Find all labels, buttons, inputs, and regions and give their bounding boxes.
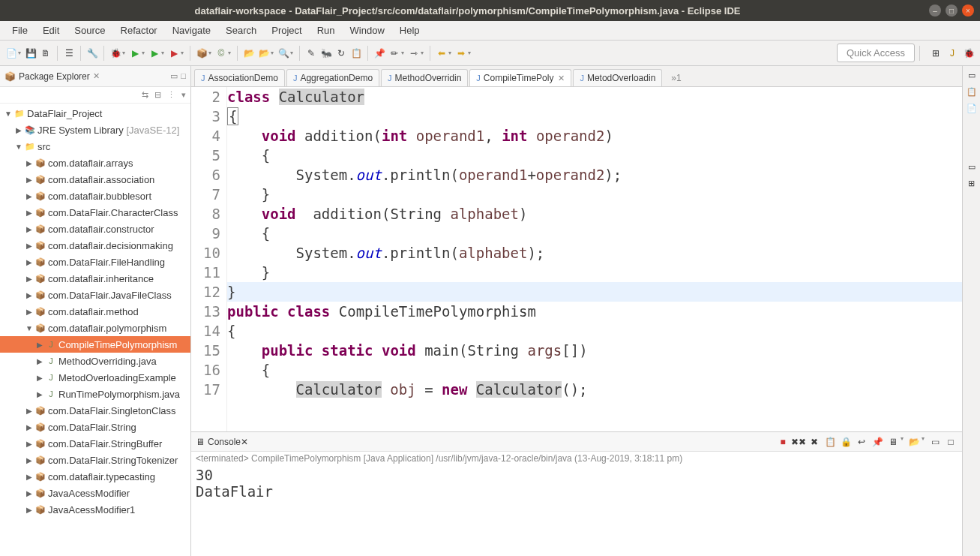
debug-perspective-icon[interactable]: 🐞 — [962, 47, 976, 60]
menu-project[interactable]: Project — [264, 22, 309, 39]
save-all-icon[interactable]: 🗎 — [39, 47, 52, 60]
refresh-icon[interactable]: ↻ — [334, 47, 348, 60]
menu-window[interactable]: Window — [343, 22, 392, 39]
remove-icon[interactable]: ✖ — [808, 435, 821, 449]
menu-file[interactable]: File — [4, 22, 35, 39]
panel-minimize-icon[interactable]: ▭ — [170, 71, 178, 81]
tasks-icon[interactable]: 📄 — [966, 102, 978, 114]
search-icon[interactable]: 🔍 — [277, 47, 290, 60]
package-node[interactable]: ▶📦com.dataflair.inheritance — [0, 270, 190, 287]
switch-icon[interactable]: ☰ — [62, 47, 76, 60]
link-editor-icon[interactable]: ⊟ — [154, 90, 161, 100]
maximize-button[interactable]: □ — [946, 5, 958, 17]
save-icon[interactable]: 💾 — [24, 47, 37, 60]
package-node[interactable]: ▶📦com.dataflair.method — [0, 303, 190, 320]
run-icon[interactable]: ▶ — [128, 47, 142, 60]
display-console-icon[interactable]: 🖥 — [886, 435, 900, 449]
view-menu-icon[interactable]: ▾ — [181, 90, 186, 100]
filter-icon[interactable]: ⋮ — [167, 90, 175, 100]
menu-help[interactable]: Help — [392, 22, 427, 39]
menu-source[interactable]: Source — [67, 22, 112, 39]
package-polymorphism[interactable]: ▼📦 com.dataflair.polymorphism — [0, 320, 190, 336]
tabs-overflow[interactable]: »1 — [667, 70, 685, 86]
console-close-icon[interactable]: ✕ — [241, 437, 248, 447]
debug-icon[interactable]: 🐞 — [109, 47, 122, 60]
tab-aggregationdemo[interactable]: JAggregationDemo — [286, 69, 379, 86]
clear-icon[interactable]: 📋 — [823, 435, 837, 449]
close-button[interactable]: × — [962, 5, 974, 17]
outline-icon[interactable]: 📋 — [966, 86, 978, 98]
ant-icon[interactable]: 🐜 — [319, 47, 333, 60]
collapse-all-icon[interactable]: ⇆ — [142, 90, 148, 100]
console-maximize-icon[interactable]: □ — [944, 435, 958, 449]
open-console-icon[interactable]: 📂 — [907, 435, 921, 449]
package-node[interactable]: ▶📦com.dataflair.bubblesort — [0, 188, 190, 204]
new-icon[interactable]: 📄 — [4, 47, 18, 60]
menu-edit[interactable]: Edit — [35, 22, 67, 39]
nav-icon[interactable]: ⇾ — [407, 47, 421, 60]
package-node[interactable]: ▶📦com.DataFlair.SingletonClass — [0, 402, 190, 419]
tab-associationdemo[interactable]: JAssociationDemo — [194, 69, 285, 86]
terminate-icon[interactable]: ■ — [776, 435, 790, 449]
menu-refactor[interactable]: Refactor — [113, 22, 165, 39]
coverage-icon[interactable]: ▶ — [148, 47, 161, 60]
package-node[interactable]: ▶📦com.dataflair.typecasting — [0, 468, 190, 485]
open-type-h-icon[interactable]: 📂 — [257, 47, 271, 60]
menu-run[interactable]: Run — [310, 22, 343, 39]
panel-maximize-icon[interactable]: □ — [181, 71, 186, 81]
task-icon[interactable]: 📋 — [349, 47, 363, 60]
package-label: com.DataFlair.String — [48, 422, 136, 433]
package-node[interactable]: ▶📦com.DataFlair.CharacterClass — [0, 204, 190, 221]
package-node[interactable]: ▶📦JavaAcessModifier — [0, 485, 190, 501]
package-node[interactable]: ▶📦com.dataflair.association — [0, 171, 190, 188]
new-package-icon[interactable]: 📦 — [195, 47, 208, 60]
word-wrap-icon[interactable]: ↩ — [855, 435, 868, 449]
src-node[interactable]: ▼📁 src — [0, 138, 190, 155]
package-node[interactable]: ▶📦com.DataFlair.StringBuffer — [0, 435, 190, 452]
external-tools-icon[interactable]: ▶ — [167, 47, 181, 60]
scroll-lock-icon[interactable]: 🔒 — [839, 435, 853, 449]
package-node[interactable]: ▶📦com.DataFlair.JavaFileClass — [0, 287, 190, 303]
tab-methodoverridin[interactable]: JMethodOverridin — [381, 69, 468, 86]
tab-close-icon[interactable]: ✕ — [558, 74, 565, 83]
outline2-icon[interactable]: ⊞ — [966, 177, 978, 189]
file-methodoverriding[interactable]: ▶J MethodOverriding.java — [0, 353, 190, 369]
package-node[interactable]: ▶📦com.DataFlair.StringTokenizer — [0, 452, 190, 468]
package-node[interactable]: ▶📦JavaAcessModifier1 — [0, 501, 190, 518]
pin-icon[interactable]: 📌 — [373, 47, 386, 60]
menu-navigate[interactable]: Navigate — [165, 22, 218, 39]
package-node[interactable]: ▶📦com.DataFlair.String — [0, 419, 190, 435]
minimize-button[interactable]: – — [929, 5, 941, 17]
back-icon[interactable]: ⬅ — [435, 47, 448, 60]
restore-icon[interactable]: ▭ — [966, 69, 978, 81]
code-area[interactable]: class Calculator { void addition(int ope… — [227, 87, 962, 431]
jre-node[interactable]: ▶📚 JRE System Library [JavaSE-12] — [0, 122, 190, 138]
new-class-icon[interactable]: © — [214, 47, 228, 60]
file-runtimepolymorphism[interactable]: ▶J RunTimePolymorphism.java — [0, 386, 190, 402]
remove-all-icon[interactable]: ✖✖ — [792, 435, 805, 449]
code-editor[interactable]: 234567891011121314151617 class Calculato… — [191, 87, 962, 431]
package-node[interactable]: ▶📦com.DataFlair.FileHandling — [0, 254, 190, 270]
package-node[interactable]: ▶📦com.dataflair.arrays — [0, 155, 190, 171]
project-node[interactable]: ▼📁 DataFlair_Project — [0, 105, 190, 122]
open-type-icon[interactable]: 📂 — [242, 47, 256, 60]
pin-console-icon[interactable]: 📌 — [871, 435, 884, 449]
wand-icon[interactable]: ✎ — [304, 47, 318, 60]
file-metodoverloading[interactable]: ▶J MetodOverloadingExample — [0, 369, 190, 386]
package-node[interactable]: ▶📦com.dataflair.decisionmaking — [0, 237, 190, 254]
java-perspective-icon[interactable]: J — [946, 47, 959, 60]
open-perspective-icon[interactable]: ⊞ — [929, 47, 943, 60]
restore2-icon[interactable]: ▭ — [966, 161, 978, 173]
build-icon[interactable]: 🔧 — [85, 47, 99, 60]
quick-access[interactable]: Quick Access — [837, 44, 915, 62]
console-output[interactable]: 30 DataFlair — [191, 465, 962, 556]
forward-icon[interactable]: ➡ — [454, 47, 468, 60]
console-minimize-icon[interactable]: ▭ — [928, 435, 942, 449]
tab-metodoverloadin[interactable]: JMetodOverloadin — [573, 69, 662, 86]
menu-search[interactable]: Search — [218, 22, 264, 39]
edit-icon[interactable]: ✏ — [388, 47, 401, 60]
file-compiletimepolymorphism[interactable]: ▶J CompileTimePolymorphism — [0, 336, 190, 353]
package-node[interactable]: ▶📦com.dataflair.constructor — [0, 221, 190, 237]
package-explorer-close-icon[interactable]: ✕ — [93, 71, 100, 81]
tab-compiletimepoly[interactable]: JCompileTimePoly✕ — [469, 69, 571, 86]
